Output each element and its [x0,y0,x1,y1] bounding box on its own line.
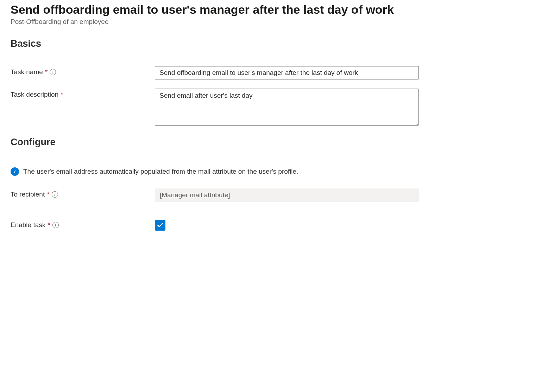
task-description-label-cell: Task description * [11,89,155,98]
task-description-input[interactable] [155,89,419,126]
form-row-task-name: Task name * i [11,66,549,79]
task-description-input-cell [155,89,419,127]
required-asterisk: * [61,91,63,98]
info-banner-text: The user's email address automatically p… [23,168,298,175]
to-recipient-label-cell: To recipient * i [11,188,155,198]
section-heading-basics: Basics [11,38,549,49]
info-banner-icon: i [11,167,19,176]
enable-task-label-cell: Enable task * i [11,220,155,229]
to-recipient-readonly: [Manager mail attribute] [155,188,419,202]
task-name-input-cell [155,66,419,79]
page-subtitle: Post-Offboarding of an employee [11,18,549,26]
page-title: Send offboarding email to user's manager… [11,3,549,17]
info-icon[interactable]: i [52,191,58,198]
task-name-label: Task name [11,68,43,76]
enable-task-input-cell [155,220,165,231]
form-row-enable-task: Enable task * i [11,220,549,231]
enable-task-checkbox[interactable] [155,220,165,231]
to-recipient-label: To recipient [11,191,45,198]
info-banner: i The user's email address automatically… [11,167,549,176]
task-description-label: Task description [11,91,58,98]
form-row-to-recipient: To recipient * i [Manager mail attribute… [11,188,549,202]
to-recipient-input-cell: [Manager mail attribute] [155,188,419,202]
required-asterisk: * [48,221,50,229]
section-heading-configure: Configure [11,137,549,148]
required-asterisk: * [45,68,48,76]
form-row-task-description: Task description * [11,89,549,127]
task-name-input[interactable] [155,66,419,79]
checkmark-icon [157,222,164,229]
task-name-label-cell: Task name * i [11,66,155,76]
info-icon[interactable]: i [52,222,59,228]
required-asterisk: * [47,191,49,198]
enable-task-label: Enable task [11,221,45,229]
info-icon[interactable]: i [50,69,56,75]
